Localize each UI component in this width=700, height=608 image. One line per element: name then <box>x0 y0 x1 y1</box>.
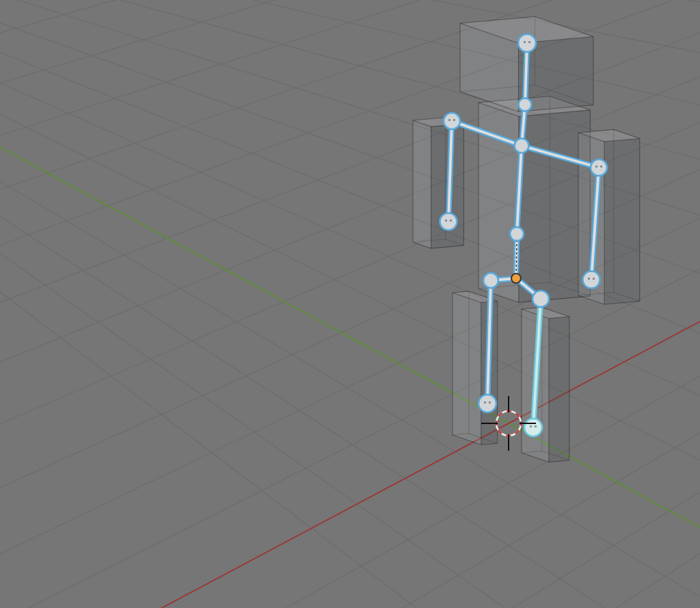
joint-sphere <box>479 395 496 412</box>
joint-hip-right[interactable] <box>533 291 549 307</box>
joint-sphere-shading-dot <box>484 401 486 404</box>
joint-sphere <box>533 291 549 307</box>
joint-shoulder-right[interactable] <box>591 159 607 176</box>
active-root-point[interactable] <box>511 274 521 283</box>
joint-sphere <box>524 419 542 436</box>
joint-neck[interactable] <box>519 98 532 111</box>
joint-sphere-shading-dot <box>453 119 455 121</box>
viewport-canvas[interactable] <box>0 0 700 608</box>
joint-sphere-shading-dot <box>530 425 532 427</box>
joint-sphere-shading-dot <box>528 41 530 43</box>
mesh-face-front-right <box>549 317 569 462</box>
joint-sphere <box>510 227 524 241</box>
mesh-face-front-left <box>453 293 481 445</box>
joint-sphere-shading-dot <box>445 220 447 222</box>
joint-sphere <box>583 272 600 289</box>
joint-sphere <box>483 273 498 288</box>
joint-foot-right[interactable] <box>524 419 542 436</box>
mesh-box-right-leg[interactable] <box>522 307 569 462</box>
blender-3d-viewport[interactable] <box>0 0 700 608</box>
joint-sphere-shading-dot <box>593 278 595 280</box>
joint-head-top[interactable] <box>518 34 536 52</box>
mesh-face-front-right <box>604 138 640 304</box>
joint-sphere-shading-dot <box>450 220 452 222</box>
viewport-background[interactable] <box>0 0 700 608</box>
mesh-box-left-arm[interactable] <box>413 118 463 248</box>
joint-sphere-shading-dot <box>595 166 597 168</box>
joint-hip-left[interactable] <box>483 273 498 288</box>
bone-leg-left[interactable] <box>487 280 491 404</box>
joint-sphere <box>591 159 607 176</box>
joint-foot-left[interactable] <box>479 395 496 412</box>
joint-sphere-shading-dot <box>524 41 526 43</box>
joint-shoulder-left[interactable] <box>444 113 460 129</box>
joint-sphere-shading-dot <box>448 119 450 121</box>
mesh-face-front-left <box>413 120 431 248</box>
joint-hand-right[interactable] <box>583 272 600 289</box>
joint-sphere-shading-dot <box>588 278 590 280</box>
joint-sphere-shading-dot <box>600 166 602 168</box>
joint-hand-left[interactable] <box>440 213 457 230</box>
joint-sphere <box>444 113 460 129</box>
joint-sphere-shading-dot <box>535 425 537 427</box>
joint-chest[interactable] <box>515 139 529 153</box>
joint-spine-lower[interactable] <box>510 227 524 241</box>
joint-sphere <box>519 98 532 111</box>
mesh-box-torso[interactable] <box>479 96 590 302</box>
joint-sphere <box>515 139 529 153</box>
joint-sphere <box>440 213 457 230</box>
bone-parent-link-dashed <box>516 240 517 274</box>
bone-arm-left[interactable] <box>448 121 452 222</box>
joint-sphere <box>518 34 536 52</box>
joint-sphere-shading-dot <box>489 401 491 404</box>
